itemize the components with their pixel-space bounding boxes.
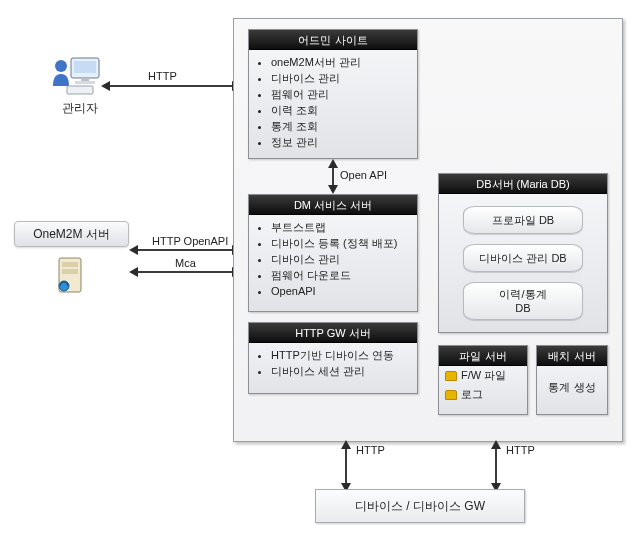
file-item-label: F/W 파일 [461,368,506,383]
panel-header: 어드민 사이트 [249,30,417,50]
file-item-label: 로그 [461,387,483,402]
panel-admin-site: 어드민 사이트 oneM2M서버 관리 디바이스 관리 펌웨어 관리 이력 조회… [248,29,418,159]
svg-rect-3 [75,81,95,84]
list-item: 디바이스 등록 (정책 배포) [271,235,409,251]
arrow-up-icon [328,159,338,168]
svg-rect-8 [62,269,78,274]
panel-file-server: 파일 서버 F/W 파일 로그 [438,345,528,415]
list-item: 디바이스 관리 [271,70,409,86]
batch-item: 통계 생성 [537,366,607,395]
list-item: oneM2M서버 관리 [271,54,409,70]
list-item: 이력 조회 [271,102,409,118]
admin-user-icon [51,52,103,98]
conn-onem2m-openapi [137,249,233,251]
conn-admin-http [109,85,233,87]
db-cylinder: 이력/통계 DB [463,282,583,320]
list-item: 통계 조회 [271,118,409,134]
main-container: 어드민 사이트 oneM2M서버 관리 디바이스 관리 펌웨어 관리 이력 조회… [233,18,623,442]
admin-label: 관리자 [54,100,106,117]
db-cylinder: 디바이스 관리 DB [463,244,583,272]
panel-list: 부트스트랩 디바이스 등록 (정책 배포) 디바이스 관리 펌웨어 다운로드 O… [257,219,409,299]
panel-header: DM 서비스 서버 [249,195,417,215]
panel-batch-server: 배치 서버 통계 생성 [536,345,608,415]
folder-icon [445,371,457,381]
list-item: HTTP기반 디바이스 연동 [271,347,409,363]
svg-rect-1 [74,61,96,73]
list-item: OpenAPI [271,283,409,299]
panel-list: oneM2M서버 관리 디바이스 관리 펌웨어 관리 이력 조회 통계 조회 정… [257,54,409,150]
arrow-down-icon [328,185,338,194]
list-item: 디바이스 관리 [271,251,409,267]
device-box: 디바이스 / 디바이스 GW [315,489,525,523]
diagram-root: 관리자 OneM2M 서버 HTTP HTTP OpenAPI Mca 어드민 … [0,0,641,544]
conn-label-mca: Mca [175,257,196,269]
file-item: F/W 파일 [439,366,527,385]
onem2m-server-box: OneM2M 서버 [14,221,129,247]
panel-header: 배치 서버 [537,346,607,366]
onem2m-server-icon [55,256,85,296]
conn-label-http-gw-right: HTTP [506,444,535,456]
list-item: 부트스트랩 [271,219,409,235]
conn-label-openapi: Open API [340,169,387,181]
svg-rect-2 [81,78,89,81]
svg-rect-7 [62,262,78,267]
list-item: 디바이스 세션 관리 [271,363,409,379]
list-item: 펌웨어 다운로드 [271,267,409,283]
panel-db-server: DB서버 (Maria DB) 프로파일 DB 디바이스 관리 DB 이력/통계… [438,173,608,333]
panel-header: HTTP GW 서버 [249,323,417,343]
list-item: 정보 관리 [271,134,409,150]
conn-label-http-gw-left: HTTP [356,444,385,456]
arrow-left-icon [129,245,138,255]
arrow-left-icon [101,81,110,91]
svg-point-4 [55,60,67,72]
panel-http-gw: HTTP GW 서버 HTTP기반 디바이스 연동 디바이스 세션 관리 [248,322,418,394]
conn-gw-device [345,442,347,489]
list-item: 펌웨어 관리 [271,86,409,102]
conn-file-device [495,442,497,489]
arrow-up-icon [341,440,351,449]
conn-onem2m-mca [137,271,233,273]
arrow-up-icon [491,440,501,449]
db-cylinder: 프로파일 DB [463,206,583,234]
panel-list: HTTP기반 디바이스 연동 디바이스 세션 관리 [257,347,409,379]
conn-label-http1: HTTP [148,70,177,82]
file-item: 로그 [439,385,527,404]
panel-header: 파일 서버 [439,346,527,366]
conn-label-http-openapi: HTTP OpenAPI [152,235,228,247]
folder-icon [445,390,457,400]
arrow-left-icon [129,267,138,277]
panel-dm-server: DM 서비스 서버 부트스트랩 디바이스 등록 (정책 배포) 디바이스 관리 … [248,194,418,312]
svg-rect-5 [67,86,93,94]
panel-header: DB서버 (Maria DB) [439,174,607,194]
